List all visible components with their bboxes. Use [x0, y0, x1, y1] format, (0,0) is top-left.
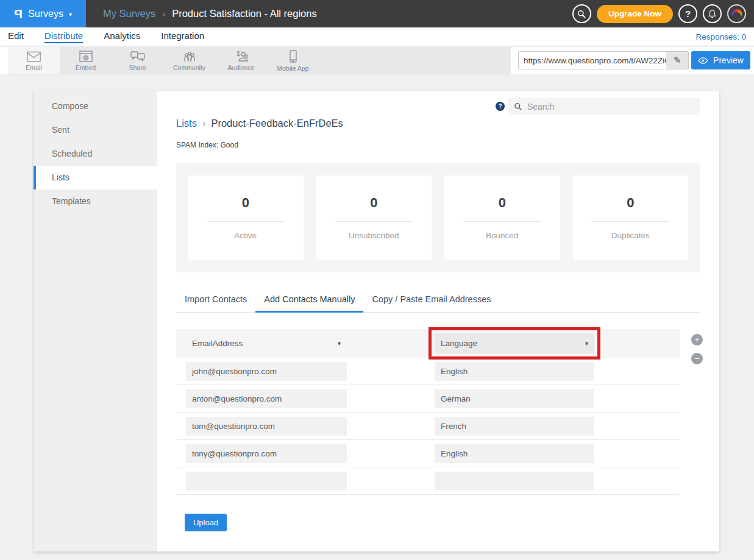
channel-audience[interactable]: $ Audience	[215, 47, 267, 74]
divider	[463, 221, 541, 222]
channel-label: Email	[26, 64, 41, 71]
divider	[335, 221, 413, 222]
share-icon	[130, 50, 146, 63]
tab-add-contacts-manually[interactable]: Add Contacts Manually	[255, 294, 363, 313]
mobile-app-icon	[288, 49, 299, 64]
channel-strip: Email Embed Share Community $ Audience M…	[8, 47, 511, 74]
table-row: anton@questionpro.com German	[176, 385, 680, 413]
email-icon	[26, 50, 42, 63]
stat-value: 0	[573, 195, 689, 211]
divider	[207, 221, 285, 222]
avatar[interactable]	[727, 4, 746, 23]
email-lists-panel: Compose Sent Scheduled Lists Templates ?…	[34, 91, 719, 551]
channel-community[interactable]: Community	[163, 47, 215, 74]
tab-analytics[interactable]: Analytics	[104, 30, 140, 43]
minus-icon: −	[694, 353, 699, 363]
sidebar-item-sent[interactable]: Sent	[34, 118, 157, 142]
breadcrumb-my-surveys[interactable]: My Surveys	[103, 8, 155, 19]
channel-label: Share	[129, 64, 146, 71]
highlight-annotation: Language ▾	[429, 327, 600, 360]
survey-url-input[interactable]	[519, 52, 666, 69]
channel-label: Audience	[228, 64, 255, 71]
field-selector-language[interactable]: Language ▾	[435, 333, 594, 353]
search-icon	[577, 9, 586, 19]
preview-label: Preview	[713, 55, 744, 65]
channel-label: Embed	[76, 64, 96, 71]
chevron-down-icon: ▾	[69, 11, 72, 18]
survey-title: Product Satisfaction - All regions	[172, 8, 317, 19]
responses-count[interactable]: Responses: 0	[695, 32, 746, 41]
survey-nav: Edit Distribute Analytics Integration Re…	[0, 27, 754, 46]
table-row: tony@questionpro.com English	[176, 440, 680, 467]
help-button[interactable]: ?	[678, 4, 697, 23]
contacts-tabs: Import Contacts Add Contacts Manually Co…	[176, 294, 700, 313]
sidebar-item-compose[interactable]: Compose	[34, 94, 157, 118]
tab-integration[interactable]: Integration	[161, 30, 204, 43]
list-name: Product-Feedback-EnFrDeEs	[211, 118, 343, 129]
channel-label: Community	[173, 64, 205, 71]
list-breadcrumb: Lists › Product-Feedback-EnFrDeEs	[176, 118, 343, 129]
channel-share[interactable]: Share	[112, 47, 163, 74]
preview-button[interactable]: Preview	[691, 51, 750, 69]
channel-mobile-app[interactable]: Mobile App	[267, 47, 319, 74]
bell-icon	[708, 9, 717, 19]
remove-row-button[interactable]: −	[691, 353, 703, 364]
list-detail-content: ? Lists › Product-Feedback-EnFrDeEs SPAM…	[157, 91, 719, 551]
topbar: P Surveys ▾ My Surveys › Product Satisfa…	[0, 0, 754, 27]
tab-import-contacts[interactable]: Import Contacts	[176, 294, 255, 313]
search-input[interactable]	[527, 102, 694, 112]
tab-distribute[interactable]: Distribute	[44, 30, 83, 43]
questionpro-logo-icon: P	[14, 7, 23, 21]
table-row: tom@questionpro.com French	[176, 413, 680, 440]
channel-email[interactable]: Email	[8, 47, 60, 74]
list-search-box	[508, 97, 700, 115]
notifications-button[interactable]	[703, 4, 722, 23]
email-field[interactable]: tom@questionpro.com	[186, 417, 347, 436]
language-field[interactable]: English	[435, 362, 594, 381]
add-row-button[interactable]: +	[691, 334, 703, 346]
list-stats-panel: 0 Active 0 Unsubscribed 0 Bounced 0	[176, 163, 700, 272]
tab-edit[interactable]: Edit	[8, 30, 24, 43]
contacts-table-header: EmailAddress ▾ Language ▾	[176, 329, 680, 358]
language-field[interactable]: French	[435, 417, 594, 436]
tab-copy-paste-email-addresses[interactable]: Copy / Paste Email Addresses	[363, 294, 499, 313]
table-row: john@questionpro.com English	[176, 358, 680, 385]
sidebar-item-templates[interactable]: Templates	[34, 190, 157, 213]
upgrade-now-button[interactable]: Upgrade Now	[597, 5, 673, 23]
stat-label: Duplicates	[573, 231, 689, 240]
plus-icon: +	[694, 335, 699, 344]
channel-embed[interactable]: Embed	[60, 47, 112, 74]
pencil-icon: ✎	[674, 55, 681, 66]
search-help-icon[interactable]: ?	[496, 102, 505, 111]
contacts-table: EmailAddress ▾ Language ▾ john@questionp…	[176, 329, 680, 495]
spam-index-value: Good	[220, 141, 238, 149]
breadcrumb: My Surveys › Product Satisfaction - All …	[103, 8, 317, 19]
distribute-toolbar: Email Embed Share Community $ Audience M…	[0, 47, 754, 74]
stat-card-duplicates: 0 Duplicates	[573, 175, 689, 260]
table-row	[176, 467, 680, 495]
app-logo-menu[interactable]: P Surveys ▾	[0, 0, 86, 27]
channel-label: Mobile App	[277, 65, 309, 72]
edit-url-button[interactable]: ✎	[666, 52, 688, 69]
email-field[interactable]: anton@questionpro.com	[186, 389, 347, 408]
upload-button[interactable]: Upload	[185, 514, 227, 531]
svg-text:$: $	[237, 50, 240, 57]
email-field[interactable]	[186, 472, 347, 491]
divider	[591, 221, 669, 222]
language-field[interactable]: English	[435, 444, 594, 463]
stat-label: Active	[188, 231, 304, 240]
spam-index: SPAM Index: Good	[176, 141, 238, 149]
email-field[interactable]: tony@questionpro.com	[186, 444, 347, 463]
sidebar-item-lists[interactable]: Lists	[34, 166, 157, 190]
community-icon	[182, 50, 197, 63]
breadcrumb-lists-link[interactable]: Lists	[176, 118, 197, 129]
language-field[interactable]: German	[435, 389, 594, 408]
sidebar-item-scheduled[interactable]: Scheduled	[34, 142, 157, 166]
email-field[interactable]: john@questionpro.com	[186, 362, 347, 381]
survey-url-box: ✎	[518, 51, 689, 69]
field-selector-emailaddress[interactable]: EmailAddress ▾	[186, 334, 347, 353]
question-mark-icon: ?	[685, 9, 691, 19]
stat-label: Bounced	[444, 231, 560, 240]
language-field[interactable]	[435, 472, 594, 491]
search-button[interactable]	[572, 4, 591, 23]
